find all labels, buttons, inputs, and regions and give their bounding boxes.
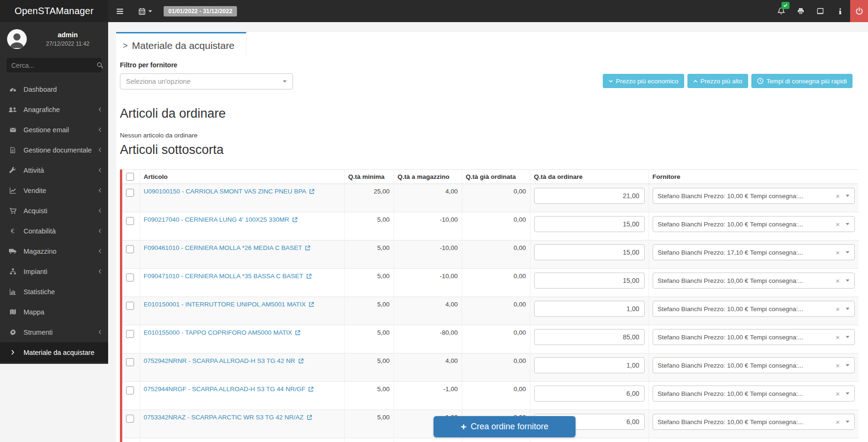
supplier-select[interactable]: Stefano Bianchi Prezzo: 10,00 € Tempi co… <box>653 386 855 402</box>
sort-button-prezzo-pi-economico[interactable]: Prezzo più economico <box>603 74 684 88</box>
sidebar-item-gestione-email[interactable]: Gestione email <box>0 120 108 140</box>
empty-orders-text: Nessun articolo da ordinare <box>120 132 197 139</box>
qty-to-order-input[interactable] <box>534 357 645 373</box>
print-button[interactable] <box>791 0 811 22</box>
app-logo: OpenSTAManager <box>0 0 108 22</box>
create-supplier-order-button[interactable]: + Crea ordine fornitore <box>434 416 576 437</box>
sidebar-item-gestione-documentale[interactable]: Gestione documentale <box>0 140 108 160</box>
clear-supplier-icon[interactable]: × <box>836 362 840 370</box>
row-checkbox[interactable] <box>126 302 134 310</box>
row-checkbox[interactable] <box>126 358 134 366</box>
article-link[interactable]: F090217040 - CERNIERA LUNG 4' 100X25 330… <box>144 216 298 223</box>
sidebar-item-statistiche[interactable]: Statistiche <box>0 281 108 302</box>
info-button[interactable] <box>830 0 850 22</box>
clear-supplier-icon[interactable]: × <box>836 277 840 285</box>
row-checkbox[interactable] <box>126 245 134 253</box>
sidebar-item-mappa[interactable]: Mappa <box>0 302 108 322</box>
qty-to-order-input[interactable] <box>534 329 645 345</box>
article-link[interactable]: 0752942NRNR - SCARPA ALLROAD-H S3 TG 42 … <box>144 357 304 364</box>
chevron-left-icon <box>98 168 102 173</box>
sidebar-item-label: Acquisti <box>24 207 98 215</box>
row-checkbox[interactable] <box>126 330 134 338</box>
sidebar-item-impianti[interactable]: Impianti <box>0 261 108 281</box>
clear-supplier-icon[interactable]: × <box>836 333 840 341</box>
supplier-select[interactable]: Stefano Bianchi Prezzo: 10,00 € Tempi co… <box>653 216 855 232</box>
table-row: U090100150 - CARRIOLA SMONT VAS ZINC PNE… <box>122 184 859 212</box>
row-checkbox[interactable] <box>126 415 134 423</box>
date-range-badge[interactable]: 01/01/2022 - 31/12/2022 <box>164 6 237 16</box>
chevron-down-icon <box>845 251 850 254</box>
cell-qta-ordinata <box>462 438 530 442</box>
row-checkbox[interactable] <box>126 386 134 394</box>
clear-supplier-icon[interactable]: × <box>836 249 840 257</box>
external-link-icon <box>309 189 315 194</box>
sidebar-item-materiale-da-acquistare[interactable]: Materiale da acquistare <box>0 342 108 362</box>
qty-to-order-input[interactable] <box>534 386 645 402</box>
row-checkbox[interactable] <box>126 273 134 281</box>
sidebar-item-label: Mappa <box>24 308 102 316</box>
sidebar-item-attivit-[interactable]: Attività <box>0 160 108 180</box>
app-window: OpenSTAManager 01/01/2022 - 31/12/2022 <box>0 0 868 442</box>
qty-to-order-input[interactable] <box>534 273 645 289</box>
row-checkbox[interactable] <box>126 189 134 197</box>
period-picker-button[interactable] <box>135 6 155 17</box>
envelope-icon <box>8 127 18 133</box>
article-link[interactable]: F090471010 - CERNIERA MOLLA *35 BASSA C … <box>144 273 312 280</box>
power-icon <box>855 7 863 15</box>
notification-status-badge <box>781 2 789 9</box>
supplier-filter-select[interactable]: Seleziona un'opzione <box>120 73 293 89</box>
search-input[interactable] <box>11 62 96 69</box>
cell-qta-magazzino: -10,00 <box>394 241 462 269</box>
article-link[interactable]: 0752944NRGF - SCARPA ALLROAD-H S3 TG 44 … <box>144 386 314 393</box>
article-link[interactable]: 0753342NRAZ - SCARPA ARCTIC WR S3 TG 42 … <box>144 414 312 421</box>
supplier-select[interactable]: Stefano Bianchi Prezzo: 10,00 € Tempi co… <box>653 329 855 345</box>
supplier-select[interactable]: Stefano Bianchi Prezzo: 10,00 € Tempi co… <box>653 188 855 204</box>
docs-button[interactable] <box>811 0 830 22</box>
sidebar-item-anagrafiche[interactable]: Anagrafiche <box>0 99 108 120</box>
article-link[interactable]: F090461010 - CERNIERA MOLLA *26 MEDIA C … <box>144 244 311 251</box>
article-link[interactable]: E010150001 - INTERRUTTORE UNIPOL AM5001 … <box>144 301 315 308</box>
topbar: OpenSTAManager 01/01/2022 - 31/12/2022 <box>0 0 868 22</box>
create-supplier-order-label: Crea ordine fornitore <box>471 422 548 432</box>
clear-supplier-icon[interactable]: × <box>836 305 840 313</box>
sort-button-tempi-di-consegna-pi-rapidi[interactable]: Tempi di consegna più rapidi <box>751 74 852 88</box>
sidebar-item-vendite[interactable]: Vendite <box>0 180 108 201</box>
supplier-select[interactable]: Stefano Bianchi Prezzo: 10,00 € Tempi co… <box>653 414 855 430</box>
supplier-select[interactable]: Stefano Bianchi Prezzo: 10,00 € Tempi co… <box>653 301 855 317</box>
clear-supplier-icon[interactable]: × <box>836 220 840 228</box>
external-link-icon <box>298 358 304 364</box>
column-header: Q.tà da ordinare <box>530 170 648 184</box>
sidebar-item-contabilit-[interactable]: €Contabilità <box>0 221 108 241</box>
qty-to-order-input[interactable] <box>534 244 645 260</box>
notifications-button[interactable] <box>771 0 791 22</box>
qty-to-order-input[interactable] <box>534 301 645 317</box>
plug-icon <box>8 268 18 275</box>
sidebar-toggle-button[interactable] <box>113 5 127 17</box>
row-checkbox[interactable] <box>126 217 134 225</box>
supplier-select[interactable]: Stefano Bianchi Prezzo: 10,00 € Tempi co… <box>653 357 855 373</box>
cell-qta-magazzino <box>394 438 462 442</box>
logout-button[interactable] <box>850 0 868 22</box>
sidebar-item-strumenti[interactable]: Strumenti <box>0 322 108 342</box>
sidebar-item-dashboard[interactable]: Dashboard <box>0 79 108 99</box>
clear-supplier-icon[interactable]: × <box>836 418 840 426</box>
tab-materiale-da-acquistare[interactable]: > Materiale da acquistare <box>116 32 246 58</box>
select-all-checkbox[interactable] <box>126 173 134 181</box>
sidebar-item-acquisti[interactable]: Acquisti <box>0 201 108 221</box>
supplier-select[interactable]: Stefano Bianchi Prezzo: 17,10 € Tempi co… <box>653 244 855 260</box>
qty-to-order-input[interactable] <box>534 188 645 204</box>
user-name: admin <box>33 31 103 39</box>
clear-supplier-icon[interactable]: × <box>836 192 840 200</box>
sort-button-prezzo-pi-alto[interactable]: Prezzo più alto <box>687 74 748 88</box>
supplier-select[interactable]: Stefano Bianchi Prezzo: 10,00 € Tempi co… <box>653 273 855 289</box>
article-link[interactable]: U090100150 - CARRIOLA SMONT VAS ZINC PNE… <box>144 188 315 195</box>
search-icon[interactable] <box>96 62 103 69</box>
table-row: 0752942NRNR - SCARPA ALLROAD-H S3 TG 42 … <box>122 354 859 382</box>
qty-to-order-input[interactable] <box>534 216 645 232</box>
article-label: F090461010 - CERNIERA MOLLA *26 MEDIA C … <box>144 244 302 251</box>
clear-supplier-icon[interactable]: × <box>836 390 840 398</box>
cell-qta-minima: 5,00 <box>344 241 394 269</box>
sidebar-item-magazzino[interactable]: Magazzino <box>0 241 108 261</box>
article-link[interactable]: E010155000 - TAPPO COPRIFORO AM5000 MATI… <box>144 329 301 336</box>
sidebar-item-label: Dashboard <box>24 86 102 93</box>
